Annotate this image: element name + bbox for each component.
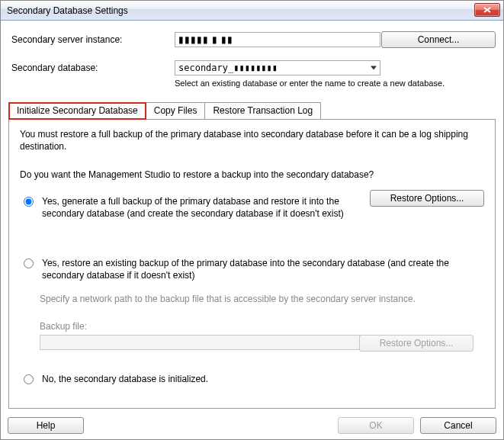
- restore-options-button-disabled: Restore Options...: [359, 335, 474, 352]
- question-text: Do you want the Management Studio to res…: [20, 169, 484, 180]
- server-instance-label: Secondary server instance:: [8, 34, 153, 45]
- database-hint: Select an existing database or enter the…: [175, 79, 496, 88]
- connect-button[interactable]: Connect...: [381, 31, 496, 48]
- secondary-database-dropdown[interactable]: secondary_▮▮▮▮▮▮▮▮: [175, 60, 380, 75]
- info-text: You must restore a full backup of the pr…: [20, 129, 484, 153]
- cancel-button[interactable]: Cancel: [420, 417, 496, 434]
- radio-already-initialized-label: No, the secondary database is initialize…: [42, 373, 208, 385]
- window-title: Secondary Database Settings: [7, 5, 128, 16]
- help-button[interactable]: Help: [8, 417, 84, 434]
- close-icon: [483, 7, 491, 13]
- radio-restore-existing-backup-label: Yes, restore an existing backup of the p…: [42, 257, 469, 281]
- radio-already-initialized[interactable]: [24, 374, 34, 384]
- tab-restore-transaction-log[interactable]: Restore Transaction Log: [204, 102, 321, 120]
- restore-options-button[interactable]: Restore Options...: [370, 190, 484, 207]
- tab-panel: You must restore a full backup of the pr…: [8, 119, 496, 409]
- tab-copy-files[interactable]: Copy Files: [146, 102, 206, 120]
- dialog-content: Secondary server instance: ▮▮▮▮▮ ▮ ▮▮ Co…: [1, 21, 503, 416]
- radio-generate-full-backup-label: Yes, generate a full backup of the prima…: [42, 195, 370, 220]
- secondary-database-label: Secondary database:: [8, 63, 153, 73]
- footer: Help OK Cancel: [8, 417, 496, 434]
- chevron-down-icon: [371, 66, 377, 70]
- ok-button: OK: [338, 417, 414, 434]
- backup-file-label: Backup file:: [40, 321, 484, 332]
- network-path-hint: Specify a network path to the backup fil…: [40, 294, 484, 304]
- backup-file-input: [40, 335, 361, 350]
- tab-initialize-secondary-database[interactable]: Initialize Secondary Database: [8, 102, 146, 120]
- close-button[interactable]: [474, 3, 500, 17]
- server-instance-input[interactable]: ▮▮▮▮▮ ▮ ▮▮: [175, 32, 380, 47]
- radio-generate-full-backup[interactable]: [24, 197, 34, 207]
- radio-restore-existing-backup[interactable]: [24, 259, 34, 268]
- titlebar: Secondary Database Settings: [1, 1, 503, 21]
